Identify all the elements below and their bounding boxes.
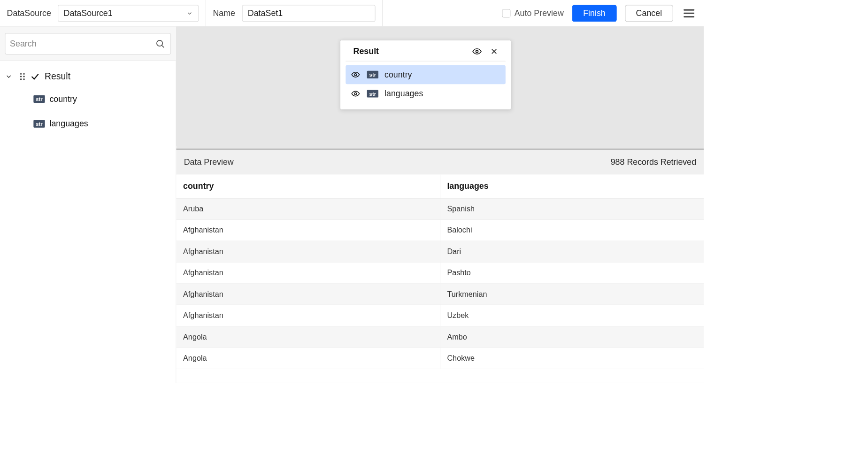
result-field-label: country: [384, 70, 412, 79]
table-row[interactable]: AfghanistanBalochi: [176, 219, 704, 240]
table-cell: Uzbek: [440, 305, 704, 326]
drag-handle-icon[interactable]: [19, 73, 25, 80]
table-cell: Ambo: [440, 326, 704, 348]
checkbox-icon: [502, 9, 511, 17]
menu-button[interactable]: [684, 9, 694, 17]
table-cell: Pashto: [440, 262, 704, 283]
cancel-button[interactable]: Cancel: [625, 5, 673, 22]
table-cell: Afghanistan: [176, 284, 440, 305]
table-row[interactable]: AfghanistanPashto: [176, 262, 704, 283]
table-cell: Afghanistan: [176, 241, 440, 262]
chevron-down-icon: [186, 10, 193, 17]
datasource-select[interactable]: DataSource1: [58, 5, 199, 22]
table-row[interactable]: ArubaSpanish: [176, 198, 704, 219]
eye-icon[interactable]: [471, 47, 483, 56]
tree-field-label: country: [49, 94, 77, 104]
eye-icon[interactable]: [350, 70, 361, 79]
svg-point-0: [157, 40, 162, 46]
svg-point-7: [23, 78, 24, 80]
table-cell: Afghanistan: [176, 305, 440, 326]
table-cell: Aruba: [176, 198, 440, 219]
schema-sidebar: Result str country str languages: [0, 27, 176, 383]
column-header-country[interactable]: country: [176, 174, 440, 198]
finish-button[interactable]: Finish: [572, 5, 617, 22]
svg-line-1: [162, 46, 164, 47]
preview-table: country languages ArubaSpanishAfghanista…: [176, 174, 704, 369]
data-preview-panel: Data Preview 988 Records Retrieved count…: [176, 148, 704, 383]
datasource-label: DataSource: [7, 8, 51, 18]
table-cell: Turkmenian: [440, 284, 704, 305]
table-row[interactable]: AfghanistanUzbek: [176, 305, 704, 326]
schema-tree: Result str country str languages: [0, 61, 176, 142]
result-card: Result str country: [340, 40, 511, 109]
table-row[interactable]: AngolaChokwe: [176, 348, 704, 369]
type-badge-str: str: [367, 90, 378, 97]
table-cell: Angola: [176, 326, 440, 348]
tree-root-result[interactable]: Result: [3, 67, 173, 86]
table-cell: Balochi: [440, 219, 704, 240]
datasource-value: DataSource1: [64, 8, 113, 18]
top-toolbar: DataSource DataSource1 Name Auto Preview…: [0, 0, 704, 27]
check-icon: [30, 71, 40, 81]
search-input[interactable]: [10, 39, 154, 49]
dataset-name-input[interactable]: [242, 5, 376, 22]
auto-preview-toggle[interactable]: Auto Preview: [502, 8, 564, 18]
tree-field-label: languages: [49, 119, 88, 129]
table-cell: Chokwe: [440, 348, 704, 369]
table-header-row: country languages: [176, 174, 704, 198]
records-retrieved-text: 988 Records Retrieved: [611, 157, 696, 167]
eye-icon[interactable]: [350, 90, 361, 98]
table-cell: Afghanistan: [176, 219, 440, 240]
type-badge-str: str: [367, 71, 378, 78]
svg-point-12: [354, 93, 356, 94]
tree-root-label: Result: [45, 71, 70, 82]
table-cell: Spanish: [440, 198, 704, 219]
table-row[interactable]: AfghanistanDari: [176, 241, 704, 262]
table-row[interactable]: AfghanistanTurkmenian: [176, 284, 704, 305]
result-field-languages[interactable]: str languages: [346, 84, 506, 103]
chevron-down-icon: [5, 73, 13, 80]
table-row[interactable]: AngolaAmbo: [176, 326, 704, 348]
auto-preview-label: Auto Preview: [515, 8, 564, 18]
type-badge-str: str: [33, 120, 45, 127]
svg-point-4: [20, 76, 22, 77]
search-icon[interactable]: [154, 39, 166, 49]
tree-field-country[interactable]: str country: [3, 86, 173, 111]
table-cell: Dari: [440, 241, 704, 262]
main-panel: Result str country: [176, 27, 704, 383]
svg-point-8: [476, 50, 478, 53]
svg-point-11: [354, 74, 356, 76]
svg-point-6: [20, 78, 22, 80]
svg-point-3: [23, 73, 24, 75]
table-cell: Angola: [176, 348, 440, 369]
data-preview-title: Data Preview: [184, 157, 234, 167]
column-header-languages[interactable]: languages: [440, 174, 704, 198]
result-card-title: Result: [353, 46, 379, 56]
close-icon[interactable]: [490, 47, 498, 55]
name-label: Name: [213, 8, 235, 18]
tree-field-languages[interactable]: str languages: [3, 111, 173, 136]
result-field-label: languages: [384, 89, 423, 99]
result-field-country[interactable]: str country: [346, 65, 506, 85]
table-cell: Afghanistan: [176, 262, 440, 283]
type-badge-str: str: [33, 95, 45, 102]
svg-point-2: [20, 73, 22, 75]
search-input-wrapper: [5, 33, 171, 54]
svg-point-5: [23, 76, 24, 77]
